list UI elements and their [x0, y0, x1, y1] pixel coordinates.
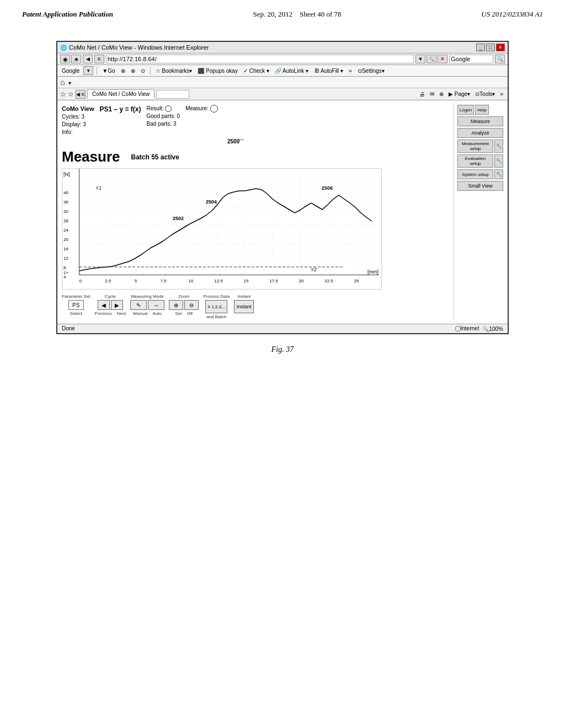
back-arrow[interactable]: ◀	[83, 55, 93, 63]
small-view-btn[interactable]: Small View	[457, 181, 503, 191]
good-parts-label: Good parts:	[147, 113, 175, 119]
internet-status: ⃝ Internet	[459, 325, 479, 332]
evaluation-setup-btn[interactable]: Evaluation setup	[457, 154, 493, 168]
address-input[interactable]	[106, 55, 414, 63]
address-go[interactable]: K	[94, 55, 104, 63]
measurement-setup-row: Measurement setup 🔧	[457, 140, 503, 153]
google-toolbar[interactable]: Google	[60, 67, 81, 74]
batch-text: Batch 55 active	[131, 153, 179, 161]
measure-heading-area: Measure Batch 55 active	[62, 148, 454, 165]
help-btn[interactable]: Help	[475, 105, 488, 115]
logon-help-row: Logon Help	[457, 105, 503, 115]
system-setup-row: System setup 🔧	[457, 169, 503, 179]
cycle-labels-row: Previous Next	[95, 311, 126, 317]
zoom-labels: Set Off	[175, 311, 193, 317]
tb-more[interactable]: »	[347, 67, 354, 74]
restore-button[interactable]: □	[486, 44, 495, 51]
tab-back-btn[interactable]: ◀ K	[76, 90, 86, 99]
system-setup-edit[interactable]: 🔧	[494, 169, 503, 179]
system-setup-btn[interactable]: System setup	[457, 169, 493, 179]
logon-btn[interactable]: Logon	[457, 105, 474, 115]
next-btn[interactable]: ▶	[111, 300, 123, 310]
good-parts-value: 0	[177, 113, 180, 119]
measure-heading: Measure	[62, 148, 120, 165]
cycle-group: Cycle ◀ ▶ Previous Next	[95, 294, 126, 317]
tb-fwd[interactable]: ⊕	[129, 67, 137, 74]
zoom-set-btn[interactable]: ⊕	[169, 300, 183, 310]
y-tick-16: 16	[63, 247, 68, 251]
process-data-btn[interactable]: ≡ 1,2,3...	[205, 300, 227, 313]
y-tick-36: 36	[63, 200, 68, 205]
tab-nav[interactable]: ▶ Page▾	[447, 90, 472, 98]
result-block: Result: Good parts: 0 Bad parts: 3	[147, 105, 180, 128]
cycles-value: 3	[82, 114, 85, 120]
display-value: 3	[83, 121, 86, 127]
tb-bookmarks[interactable]: ☆ Bookmarks▾	[154, 67, 194, 74]
home-icon[interactable]: ⌂	[60, 78, 65, 87]
zoom-off-btn[interactable]: ⊖	[184, 300, 199, 310]
process-data-label: Process Data	[203, 294, 230, 299]
measure-circle-top	[210, 105, 218, 113]
google-dropdown[interactable]: ▼	[83, 66, 93, 75]
dropdown-btn[interactable]: ▼	[415, 55, 425, 63]
tab-email[interactable]: ✉	[428, 90, 436, 98]
minimize-button[interactable]: _	[476, 44, 485, 51]
browser-title: CoMo Net / CoMo View - Windows Internet …	[69, 44, 209, 51]
display-info: Display: 3	[62, 121, 94, 129]
tb2-dropdown[interactable]: ▾	[67, 79, 73, 87]
measurement-setup-edit[interactable]: 🔧	[494, 140, 503, 153]
y-tick-12: 12	[63, 256, 68, 261]
x-tick-22-5: 22.5	[324, 279, 333, 283]
tb-go[interactable]: ▼Go	[100, 67, 116, 74]
active-tab[interactable]: CoMo Net / CoMo View	[87, 89, 154, 99]
tab-more2[interactable]: »	[498, 90, 505, 98]
star2-icon[interactable]: ☆	[68, 90, 74, 98]
stop-btn[interactable]: ✕	[438, 55, 447, 63]
tab-search-input[interactable]	[156, 90, 189, 99]
cycles-info: Cycles: 3	[62, 113, 94, 121]
evaluation-setup-row: Evaluation setup 🔧	[457, 154, 503, 168]
measurement-setup-btn[interactable]: Measurement setup	[457, 140, 493, 153]
tab-tools[interactable]: ⊙Tools▾	[473, 90, 497, 98]
tab-print[interactable]: 🖨	[418, 90, 427, 98]
star-icon[interactable]: ☆	[60, 90, 66, 98]
tb-settings[interactable]: ⊙Settings▾	[356, 67, 386, 74]
display-label: Display:	[62, 121, 82, 127]
good-parts-row: Good parts: 0	[147, 113, 180, 120]
bad-parts-value: 3	[173, 121, 177, 127]
tb-back[interactable]: ⊕	[119, 67, 127, 74]
sidebar-measure-btn[interactable]: Measure	[457, 116, 503, 126]
x-tick-7-5: 7.5	[160, 279, 166, 283]
search-icon[interactable]: 🔍	[427, 55, 436, 63]
title-bar: 🌐 CoMo Net / CoMo View - Windows Interne…	[57, 42, 508, 53]
tb-refresh[interactable]: ⊙	[139, 67, 147, 74]
google-search[interactable]	[449, 55, 493, 63]
forward-button[interactable]: ◉	[71, 55, 81, 63]
instant-btn[interactable]: Instant	[234, 300, 254, 313]
curve-arrow: ⌒	[237, 138, 245, 148]
tb-autolink[interactable]: 🔗 AutoLink ▾	[273, 67, 310, 74]
back-button[interactable]: ◉	[60, 55, 70, 63]
tb-check[interactable]: ✓ Check ▾	[242, 67, 271, 74]
formula-text: PS1 – y = f(x)	[99, 105, 141, 114]
como-main-panel: CoMo View Cycles: 3 Display: 3 Info: PS1…	[62, 105, 454, 319]
previous-btn[interactable]: ◀	[98, 300, 110, 310]
search-go[interactable]: 🔍	[495, 55, 505, 63]
status-done: Done	[62, 325, 75, 332]
close-button[interactable]: ✕	[496, 44, 505, 51]
sidebar-analyze-btn[interactable]: Analyze	[457, 128, 503, 138]
cycle-label: Cycle	[105, 294, 116, 299]
tab-options[interactable]: ⊕	[438, 90, 445, 98]
manual-btn[interactable]: ✎	[130, 300, 147, 310]
header-date: Sep. 20, 2012	[253, 10, 293, 18]
measure-top-block: Measure:	[185, 105, 219, 113]
evaluation-setup-edit[interactable]: 🔧	[494, 154, 503, 168]
auto-btn[interactable]: ↔	[148, 300, 164, 310]
title-block: CoMo View Cycles: 3 Display: 3 Info:	[62, 105, 94, 136]
chart-svg	[79, 169, 377, 276]
bad-parts-label: Bad parts:	[147, 121, 172, 127]
info-label: Info:	[62, 129, 94, 136]
tb-popups[interactable]: ⬛ Popups okay	[196, 67, 239, 74]
tb-autofill[interactable]: 🖹 AutoFill ▾	[312, 67, 345, 74]
y-tick-20: 20	[63, 237, 68, 242]
